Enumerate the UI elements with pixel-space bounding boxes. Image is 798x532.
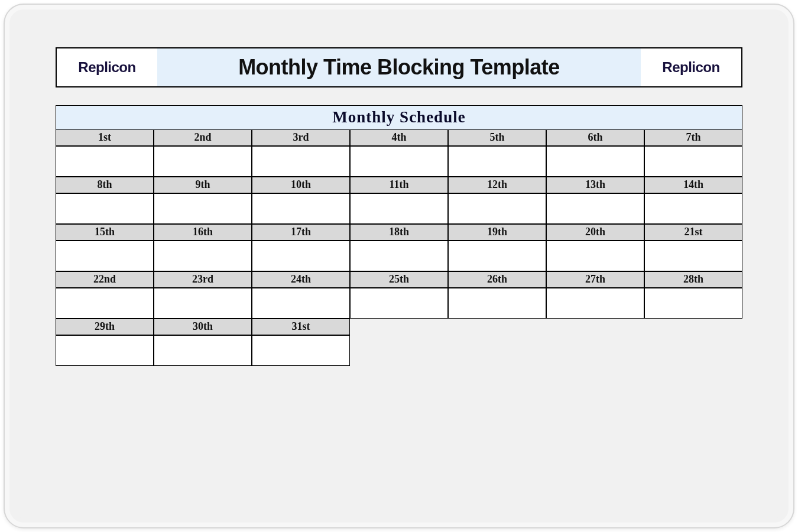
day-header: 24th bbox=[252, 271, 350, 288]
day-header: 14th bbox=[644, 177, 742, 193]
day-cell[interactable] bbox=[448, 288, 546, 319]
empty-cell bbox=[448, 319, 546, 335]
day-header: 3rd bbox=[252, 129, 350, 146]
schedule-panel: Monthly Schedule 1st 2nd 3rd 4th 5th 6th… bbox=[56, 105, 742, 366]
day-header: 4th bbox=[350, 129, 448, 146]
device-frame: Replicon Monthly Time Blocking Template … bbox=[4, 4, 794, 528]
day-cell[interactable] bbox=[644, 146, 742, 177]
day-header: 28th bbox=[644, 271, 742, 288]
day-header: 12th bbox=[448, 177, 546, 193]
day-cell[interactable] bbox=[546, 193, 644, 224]
day-header: 21st bbox=[644, 224, 742, 241]
day-cell[interactable] bbox=[56, 146, 154, 177]
day-cell[interactable] bbox=[448, 146, 546, 177]
empty-cell bbox=[350, 335, 448, 366]
day-cell[interactable] bbox=[644, 193, 742, 224]
day-header: 1st bbox=[56, 129, 154, 146]
empty-cell bbox=[350, 319, 448, 335]
day-header: 5th bbox=[448, 129, 546, 146]
day-header: 30th bbox=[154, 319, 252, 335]
day-cell[interactable] bbox=[56, 193, 154, 224]
day-header: 29th bbox=[56, 319, 154, 335]
day-header: 17th bbox=[252, 224, 350, 241]
schedule-title: Monthly Schedule bbox=[56, 105, 742, 129]
week-row-5: 29th 30th 31st bbox=[56, 319, 742, 366]
day-header: 27th bbox=[546, 271, 644, 288]
brand-logo-right: Replicon bbox=[641, 48, 741, 86]
day-header: 13th bbox=[546, 177, 644, 193]
device-inner: Replicon Monthly Time Blocking Template … bbox=[13, 13, 785, 519]
empty-cell bbox=[644, 335, 742, 366]
empty-cell bbox=[644, 319, 742, 335]
day-cell[interactable] bbox=[56, 241, 154, 271]
day-cell[interactable] bbox=[252, 241, 350, 271]
day-header: 18th bbox=[350, 224, 448, 241]
empty-cell bbox=[448, 335, 546, 366]
day-header: 10th bbox=[252, 177, 350, 193]
day-cell[interactable] bbox=[350, 146, 448, 177]
day-cell[interactable] bbox=[154, 193, 252, 224]
day-cell[interactable] bbox=[252, 193, 350, 224]
day-cell[interactable] bbox=[448, 193, 546, 224]
empty-cell bbox=[546, 319, 644, 335]
day-header: 6th bbox=[546, 129, 644, 146]
day-cell[interactable] bbox=[154, 288, 252, 319]
day-cell[interactable] bbox=[546, 241, 644, 271]
document-title: Monthly Time Blocking Template bbox=[157, 48, 641, 86]
day-header: 22nd bbox=[56, 271, 154, 288]
week-row-2: 8th 9th 10th 11th 12th 13th 14th bbox=[56, 177, 742, 224]
week-row-3: 15th 16th 17th 18th 19th 20th 21st bbox=[56, 224, 742, 271]
day-cell[interactable] bbox=[154, 241, 252, 271]
day-cell[interactable] bbox=[56, 288, 154, 319]
day-header: 8th bbox=[56, 177, 154, 193]
day-cell[interactable] bbox=[252, 335, 350, 366]
document-content: Replicon Monthly Time Blocking Template … bbox=[56, 47, 742, 366]
day-header: 9th bbox=[154, 177, 252, 193]
header-bar: Replicon Monthly Time Blocking Template … bbox=[56, 47, 742, 87]
day-header: 15th bbox=[56, 224, 154, 241]
day-cell[interactable] bbox=[350, 241, 448, 271]
day-header: 23rd bbox=[154, 271, 252, 288]
day-header: 2nd bbox=[154, 129, 252, 146]
day-cell[interactable] bbox=[644, 241, 742, 271]
day-header: 11th bbox=[350, 177, 448, 193]
day-cell[interactable] bbox=[448, 241, 546, 271]
day-cell[interactable] bbox=[546, 146, 644, 177]
day-cell[interactable] bbox=[350, 193, 448, 224]
week-row-4: 22nd 23rd 24th 25th 26th 27th 28th bbox=[56, 271, 742, 319]
day-cell[interactable] bbox=[546, 288, 644, 319]
day-cell[interactable] bbox=[350, 288, 448, 319]
brand-logo-left: Replicon bbox=[57, 48, 157, 86]
day-header: 7th bbox=[644, 129, 742, 146]
day-header: 20th bbox=[546, 224, 644, 241]
day-cell[interactable] bbox=[252, 146, 350, 177]
day-header: 26th bbox=[448, 271, 546, 288]
day-cell[interactable] bbox=[56, 335, 154, 366]
empty-cell bbox=[546, 335, 644, 366]
day-cell[interactable] bbox=[154, 146, 252, 177]
day-header: 19th bbox=[448, 224, 546, 241]
day-header: 25th bbox=[350, 271, 448, 288]
week-row-1: 1st 2nd 3rd 4th 5th 6th 7th bbox=[56, 129, 742, 177]
day-header: 16th bbox=[154, 224, 252, 241]
day-cell[interactable] bbox=[252, 288, 350, 319]
day-header: 31st bbox=[252, 319, 350, 335]
day-cell[interactable] bbox=[154, 335, 252, 366]
day-cell[interactable] bbox=[644, 288, 742, 319]
